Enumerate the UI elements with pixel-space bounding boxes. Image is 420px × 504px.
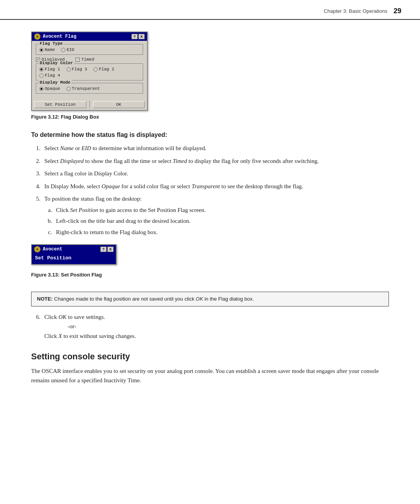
step-5a-letter: a. [44, 206, 52, 215]
radio-eid-label: EID [66, 47, 74, 52]
step-5a-text: Click Set Position to gain access to the… [56, 206, 206, 215]
section-heading: To determine how the status flag is disp… [31, 131, 389, 138]
step-1-text: Select Name or EID to determine what inf… [44, 144, 206, 153]
close-button[interactable]: X [138, 34, 145, 39]
radio-flag1[interactable] [39, 67, 44, 72]
step-6: 6. Click OK to save settings. -or- Click… [31, 313, 389, 341]
or-text: -or- [68, 323, 76, 329]
figure-13-caption: Figure 3.13: Set Position Flag [31, 272, 102, 278]
set-pos-avocent-icon: ▲ [34, 246, 40, 252]
avocent-icon: ▲ [34, 33, 40, 40]
checkbox-timed-label: Timed [81, 57, 94, 62]
step-6-list: 6. Click OK to save settings. -or- Click… [31, 313, 389, 341]
note-label: NOTE: [37, 296, 52, 302]
radio-eid-row: EID [61, 47, 74, 52]
radio-flag1-label: Flag 1 [45, 67, 60, 72]
dialog-footer: Set Position OK [32, 99, 147, 110]
flag-type-legend: Flag Type [38, 41, 64, 46]
figure-12-container: ▲ Avocent Flag ? X Flag Type Name [31, 32, 389, 128]
flag-type-fieldset: Flag Type Name EID [36, 44, 143, 55]
set-position-dialog: ▲ Avocent ? X Set Position [31, 244, 117, 265]
display-mode-legend: Display Mode [38, 80, 72, 85]
radio-name-label: Name [45, 47, 55, 52]
step-2-text: Select Displayed to show the flag all th… [44, 157, 319, 166]
step-4-text: In Display Mode, select Opaque for a sol… [44, 182, 303, 191]
dialog-body: Flag Type Name EID D [32, 41, 147, 99]
radio-opaque-row: Opaque [39, 86, 60, 91]
note-text: Changes made to the flag position are no… [54, 296, 254, 302]
titlebar-left: ▲ Avocent Flag [34, 33, 76, 40]
set-pos-title: Avocent [43, 247, 62, 252]
set-pos-titlebar-left: ▲ Avocent [34, 246, 62, 252]
display-mode-fieldset: Display Mode Opaque Transparent [36, 83, 143, 94]
display-color-legend: Display Color [38, 61, 74, 65]
radio-name-row: Name [39, 47, 55, 52]
step-5-num: 5. [31, 194, 40, 239]
set-pos-close-button[interactable]: X [107, 247, 114, 252]
set-pos-controls: ? X [100, 247, 114, 252]
radio-opaque-label: Opaque [45, 86, 60, 91]
radio-flag1-row: Flag 1 [39, 67, 60, 72]
console-security-paragraph: The OSCAR interface enables you to set s… [31, 366, 389, 385]
radio-flag4-row: Flag 4 [39, 73, 60, 78]
step-5-text: To position the status flag on the deskt… [44, 194, 206, 239]
step-4: 4. In Display Mode, select Opaque for a … [31, 182, 389, 191]
flag-type-content: Name EID [39, 47, 140, 52]
step-5-sublist: a. Click Set Position to gain access to … [44, 206, 206, 237]
step-6-text: Click OK to save settings. -or- Click X … [44, 313, 136, 341]
step-1: 1. Select Name or EID to determine what … [31, 144, 389, 153]
radio-name[interactable] [39, 48, 44, 52]
step-5b: b. Left-click on the title bar and drag … [44, 217, 206, 226]
radio-flag3-row: Flag 3 [66, 67, 88, 72]
step-2-num: 2. [31, 157, 40, 166]
chapter-text: Chapter 3: Basic Operations [324, 8, 387, 14]
step-3: 3. Select a flag color in Display Color. [31, 169, 389, 178]
radio-flag4-label: Flag 4 [45, 73, 60, 78]
page-number: 29 [394, 7, 401, 15]
display-mode-content: Opaque Transparent [39, 86, 140, 91]
radio-flag3-label: Flag 3 [72, 67, 88, 72]
step-3-text: Select a flag color in Display Color. [44, 169, 128, 178]
radio-eid[interactable] [61, 48, 65, 52]
figure-12-caption: Figure 3.12: Flag Dialog Box [31, 114, 99, 120]
radio-flag2[interactable] [93, 67, 98, 72]
step-2: 2. Select Displayed to show the flag all… [31, 157, 389, 166]
display-color-fieldset: Display Color Flag 1 Flag 3 Flag 2 [36, 63, 143, 80]
step-4-num: 4. [31, 182, 40, 191]
page-content: ▲ Avocent Flag ? X Flag Type Name [0, 20, 420, 404]
radio-flag3[interactable] [66, 67, 71, 72]
display-color-content: Flag 1 Flag 3 Flag 2 Flag 4 [39, 67, 140, 78]
page-header: Chapter 3: Basic Operations 29 [0, 0, 420, 20]
radio-flag2-row: Flag 2 [93, 67, 114, 72]
set-position-button[interactable]: Set Position [34, 101, 86, 108]
console-security-title: Setting console security [31, 352, 389, 362]
radio-transparent[interactable] [66, 87, 71, 91]
radio-transparent-row: Transparent [66, 86, 100, 91]
steps-list: 1. Select Name or EID to determine what … [31, 144, 389, 239]
step-5a: a. Click Set Position to gain access to … [44, 206, 206, 215]
step-6-num: 6. [31, 313, 40, 341]
checkbox-timed[interactable] [75, 58, 80, 62]
step-5b-letter: b. [44, 217, 52, 226]
dialog-titlebar: ▲ Avocent Flag ? X [32, 32, 147, 41]
step-5b-text: Left-click on the title bar and drag to … [56, 217, 191, 226]
help-button[interactable]: ? [131, 34, 138, 39]
radio-flag4[interactable] [39, 74, 44, 78]
set-pos-help-button[interactable]: ? [100, 247, 107, 252]
footer-separator [89, 101, 90, 108]
step-1-num: 1. [31, 144, 40, 153]
dialog-title: Avocent Flag [43, 34, 76, 39]
flag-dialog-box: ▲ Avocent Flag ? X Flag Type Name [31, 32, 148, 111]
step-5: 5. To position the status flag on the de… [31, 194, 389, 239]
figure-13-container: ▲ Avocent ? X Set Position Figure 3.13: … [31, 244, 389, 285]
radio-opaque[interactable] [39, 87, 44, 91]
dialog-controls: ? X [131, 34, 145, 39]
radio-flag2-label: Flag 2 [99, 67, 114, 72]
set-pos-titlebar: ▲ Avocent ? X [32, 245, 116, 254]
step-5c-text: Right-click to return to the Flag dialog… [56, 228, 158, 237]
console-security-section: Setting console security The OSCAR inter… [31, 352, 389, 385]
set-position-body: Set Position [32, 254, 116, 264]
ok-button[interactable]: OK [93, 101, 145, 108]
radio-transparent-label: Transparent [72, 86, 100, 91]
step-3-num: 3. [31, 169, 40, 178]
